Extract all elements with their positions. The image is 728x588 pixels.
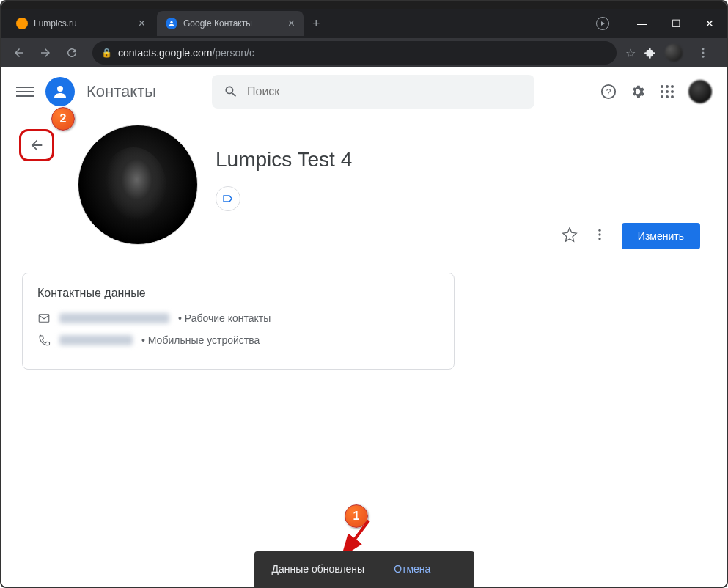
svg-point-1 xyxy=(702,48,705,50)
close-icon[interactable]: × xyxy=(288,17,295,30)
email-label: • Рабочие контакты xyxy=(178,312,271,324)
contact-detail-main: 2 Lumpics Test 4 Изменить Контактные дан… xyxy=(1,116,727,372)
app-header: Контакты ? xyxy=(1,67,727,116)
url-bar[interactable]: 🔒 contacts.google.com/person/c xyxy=(92,41,617,65)
maximize-button[interactable]: ☐ xyxy=(659,12,693,34)
new-tab-button[interactable]: + xyxy=(312,16,320,32)
toast-snackbar: Данные обновлены Отмена xyxy=(254,551,474,587)
browser-profile-avatar[interactable] xyxy=(665,44,683,62)
extensions-icon[interactable] xyxy=(644,47,656,59)
email-icon xyxy=(37,312,51,325)
apps-grid-icon[interactable] xyxy=(659,84,675,100)
contact-name: Lumpics Test 4 xyxy=(216,148,352,172)
annotation-marker-2: 2 xyxy=(51,107,75,131)
toast-undo-button[interactable]: Отмена xyxy=(394,563,430,575)
close-window-button[interactable]: ✕ xyxy=(693,12,727,34)
phone-label: • Мобильные устройства xyxy=(141,334,260,346)
browser-tabbar: Lumpics.ru × Google Контакты × + — ☐ ✕ xyxy=(1,9,727,38)
help-icon[interactable]: ? xyxy=(600,84,617,100)
svg-point-0 xyxy=(170,21,172,23)
phone-value-redacted xyxy=(59,335,133,345)
url-text: contacts.google.com/person/c xyxy=(118,47,254,59)
toast-message: Данные обновлены xyxy=(272,563,365,575)
search-input[interactable] xyxy=(247,85,523,98)
search-icon xyxy=(224,84,238,99)
svg-rect-10 xyxy=(39,315,49,323)
tab-title: Google Контакты xyxy=(183,18,252,29)
contact-row-phone: • Мобильные устройства xyxy=(37,334,439,347)
annotation-marker-1: 1 xyxy=(345,504,368,528)
svg-point-4 xyxy=(57,86,63,92)
contacts-logo xyxy=(45,77,75,106)
reload-button[interactable] xyxy=(60,41,84,65)
account-avatar[interactable] xyxy=(688,80,712,103)
minimize-button[interactable]: — xyxy=(625,12,659,34)
address-bar-row: 🔒 contacts.google.com/person/c ☆ xyxy=(1,38,727,67)
svg-point-3 xyxy=(702,56,705,58)
back-button[interactable] xyxy=(19,129,54,161)
settings-gear-icon[interactable] xyxy=(630,84,646,100)
nav-forward-button[interactable] xyxy=(34,41,57,65)
window-controls: — ☐ ✕ xyxy=(625,9,727,38)
favicon-contacts xyxy=(166,18,177,29)
contact-row-email: • Рабочие контакты xyxy=(37,312,439,325)
app-title: Контакты xyxy=(87,82,156,101)
favicon-lumpics xyxy=(16,18,28,29)
browser-menu-button[interactable] xyxy=(691,41,715,65)
svg-point-2 xyxy=(702,52,705,54)
svg-text:?: ? xyxy=(606,87,611,98)
browser-tab-lumpics[interactable]: Lumpics.ru × xyxy=(7,11,154,36)
nav-back-button[interactable] xyxy=(7,41,31,65)
close-icon[interactable]: × xyxy=(139,17,145,30)
add-label-button[interactable] xyxy=(216,186,240,211)
tab-title: Lumpics.ru xyxy=(34,18,77,29)
hamburger-menu-icon[interactable] xyxy=(16,84,34,100)
bookmark-star-icon[interactable]: ☆ xyxy=(625,46,636,60)
contact-photo[interactable] xyxy=(78,125,198,245)
media-indicator-icon[interactable] xyxy=(596,17,609,30)
browser-tab-contacts[interactable]: Google Контакты × xyxy=(157,11,304,36)
lock-icon: 🔒 xyxy=(101,48,112,58)
email-value-redacted xyxy=(59,313,169,323)
contact-details-card: Контактные данные • Рабочие контакты • М… xyxy=(22,273,455,370)
phone-icon xyxy=(37,334,51,347)
card-title: Контактные данные xyxy=(37,287,439,300)
window-titlebar xyxy=(1,1,727,9)
page-content: Контакты ? 2 Lumpics Test 4 xyxy=(1,67,727,587)
search-box[interactable] xyxy=(212,75,534,109)
